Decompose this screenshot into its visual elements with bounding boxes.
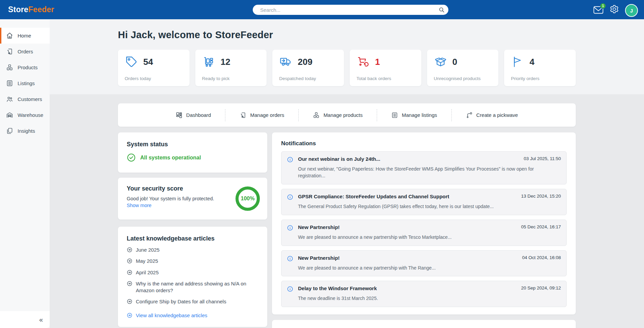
main-content: Hi Jack, welcome to StoreFeeder 54 Order… <box>50 19 644 328</box>
sidebar-item-home[interactable]: Home <box>0 28 50 44</box>
stat-label: Despatched today <box>279 76 337 81</box>
user-avatar[interactable]: J <box>625 4 638 17</box>
stat-card-back-orders[interactable]: 1 Total back orders <box>350 50 421 86</box>
kb-article-link[interactable]: June 2025 <box>127 247 258 253</box>
notification-row[interactable]: New Partnership! 05 Dec 2024, 16:17 We a… <box>281 220 567 246</box>
notification-date: 03 Jul 2025, 11:50 <box>524 156 561 161</box>
notification-date: 20 Sep 2024, 09:12 <box>521 285 561 291</box>
notification-date: 05 Dec 2024, 16:17 <box>521 224 561 229</box>
sidebar-label: Warehouse <box>18 112 43 118</box>
quick-link-manage-products[interactable]: Manage products <box>299 109 377 121</box>
view-all-articles-link[interactable]: View all knowledgebase articles <box>127 312 258 319</box>
notification-body: Our next webinar, "Going Paperless: How … <box>298 166 537 179</box>
logo-feeder: Feeder <box>28 5 54 14</box>
notification-row[interactable]: Delay to the Windsor Framework 20 Sep 20… <box>281 281 567 307</box>
notification-body: We are pleased to announce a new partner… <box>298 265 537 272</box>
circle-arrow-right-icon <box>127 270 132 275</box>
notifications-card: Notifications Our next webinar is on Jul… <box>272 132 576 314</box>
sidebar-label: Listings <box>18 80 35 86</box>
notification-row[interactable]: New Partnership! 04 Oct 2024, 16:08 We a… <box>281 250 567 277</box>
kb-article-link[interactable]: Why is the name and address showing as N… <box>127 280 258 294</box>
kb-article-link[interactable]: April 2025 <box>127 269 258 276</box>
pickwave-icon <box>466 112 473 119</box>
stat-card-orders-today[interactable]: 54 Orders today <box>118 50 190 86</box>
notification-date: 13 Dec 2024, 15:20 <box>521 194 561 199</box>
quick-link-label: Manage orders <box>250 112 284 118</box>
messages-badge: 1 <box>600 3 606 9</box>
storefeeder-logo[interactable]: StoreFeeder <box>8 5 54 14</box>
sidebar-label: Products <box>18 65 38 70</box>
stat-value: 4 <box>529 57 534 67</box>
notification-date: 04 Oct 2024, 16:08 <box>522 255 561 260</box>
sidebar-label: Customers <box>18 96 42 102</box>
backorder-cart-icon <box>356 56 370 68</box>
right-column: Notifications Our next webinar is on Jul… <box>272 132 576 328</box>
knowledgebase-card: Latest knowledgebase articles June 2025 … <box>118 227 267 327</box>
info-icon <box>287 225 293 231</box>
quick-link-dashboard[interactable]: Dashboard <box>162 109 225 121</box>
orders-icon <box>6 48 13 55</box>
left-column: System status All systems operational Yo… <box>118 132 267 327</box>
system-status-card: System status All systems operational <box>118 132 267 173</box>
sidebar-item-insights[interactable]: Insights <box>0 123 50 139</box>
insights-icon <box>6 127 13 134</box>
search-input[interactable] <box>253 5 448 15</box>
notification-row[interactable]: GPSR Compliance: StoreFeeder Updates and… <box>281 189 567 215</box>
show-more-link[interactable]: Show more <box>127 203 151 208</box>
tag-icon <box>125 56 138 68</box>
sidebar-item-listings[interactable]: Listings <box>0 75 50 91</box>
priority-flag-icon <box>511 56 524 68</box>
info-icon <box>287 255 293 262</box>
stat-value: 54 <box>143 57 153 67</box>
quick-link-create-pickwave[interactable]: Create a pickwave <box>452 109 532 121</box>
notification-row[interactable]: Our next webinar is on July 24th... 03 J… <box>281 151 567 184</box>
top-band: Hi Jack, welcome to StoreFeeder 54 Order… <box>50 19 644 94</box>
quick-link-manage-listings[interactable]: Manage listings <box>377 109 451 121</box>
sidebar-item-warehouse[interactable]: Warehouse <box>0 107 50 123</box>
quick-link-label: Manage listings <box>402 112 437 118</box>
stat-card-ready-to-pick[interactable]: 12 Ready to pick <box>195 50 267 86</box>
sidebar-collapse-button[interactable]: « <box>0 311 50 328</box>
stat-card-priority-orders[interactable]: 4 Priority orders <box>504 50 576 86</box>
stat-label: Orders today <box>125 76 183 81</box>
manage-products-icon <box>313 112 320 119</box>
notification-title: New Partnership! <box>298 224 514 230</box>
picking-trolley-icon <box>202 56 216 68</box>
listings-icon <box>6 80 13 87</box>
notification-title: Our next webinar is on July 24th... <box>298 156 517 162</box>
stat-value: 12 <box>221 57 230 67</box>
messages-icon[interactable]: 1 <box>593 6 603 14</box>
kb-article-link[interactable]: Configure Ship by Dates for all channels <box>127 298 258 305</box>
product-updates-card: Product updates <box>272 320 576 328</box>
kb-article-label: May 2025 <box>136 258 158 264</box>
kb-article-link[interactable]: May 2025 <box>127 258 258 264</box>
kb-article-label: Configure Ship by Dates for all channels <box>136 298 226 305</box>
sidebar-item-products[interactable]: Products <box>0 59 50 75</box>
warehouse-icon <box>6 111 13 119</box>
sidebar-label: Orders <box>18 49 33 54</box>
info-icon <box>287 286 293 292</box>
stat-card-unrecognised-products[interactable]: 0 Unrecognised products <box>427 50 499 86</box>
sidebar-item-customers[interactable]: Customers <box>0 91 50 107</box>
logo-store: Store <box>8 5 28 14</box>
notification-body: The General Product Safety Regulation (G… <box>298 203 537 210</box>
sidebar-item-orders[interactable]: Orders <box>0 44 50 59</box>
notification-title: New Partnership! <box>298 255 515 261</box>
search-icon[interactable] <box>439 7 445 13</box>
quick-link-label: Dashboard <box>186 112 211 118</box>
notification-title: GPSR Compliance: StoreFeeder Updates and… <box>298 194 514 199</box>
quick-link-manage-orders[interactable]: Manage orders <box>225 109 299 121</box>
sidebar: Home Orders Products Listings Customers <box>0 19 50 328</box>
products-icon <box>6 64 13 71</box>
despatch-truck-icon <box>279 56 293 68</box>
stat-card-despatched-today[interactable]: 209 Despatched today <box>272 50 344 86</box>
sidebar-label: Home <box>18 33 31 39</box>
system-status-text: All systems operational <box>140 155 201 161</box>
quick-link-label: Create a pickwave <box>476 112 518 118</box>
security-score-message: Good job! Your system is fully protected… <box>127 196 228 201</box>
knowledgebase-title: Latest knowledgebase articles <box>127 235 258 242</box>
stat-value: 209 <box>298 57 312 67</box>
view-all-articles-label: View all knowledgebase articles <box>136 312 207 319</box>
settings-gear-icon[interactable] <box>610 4 619 14</box>
stats-row: 54 Orders today 12 Ready to pick <box>118 50 576 86</box>
